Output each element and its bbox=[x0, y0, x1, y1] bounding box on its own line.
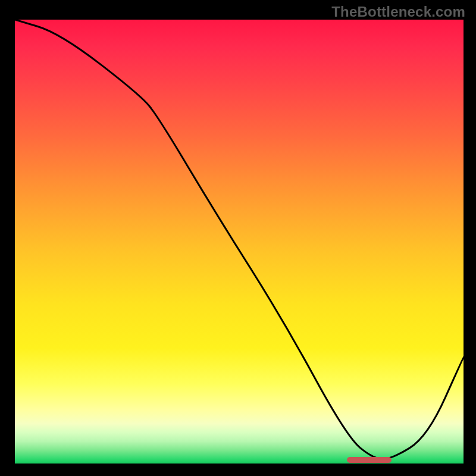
watermark-text: TheBottleneck.com bbox=[331, 4, 465, 20]
optimal-range-marker bbox=[347, 457, 392, 463]
bottleneck-curve bbox=[15, 20, 464, 459]
curve-svg bbox=[15, 20, 464, 464]
chart-stage: TheBottleneck.com bbox=[0, 0, 476, 476]
plot-area bbox=[15, 20, 464, 464]
